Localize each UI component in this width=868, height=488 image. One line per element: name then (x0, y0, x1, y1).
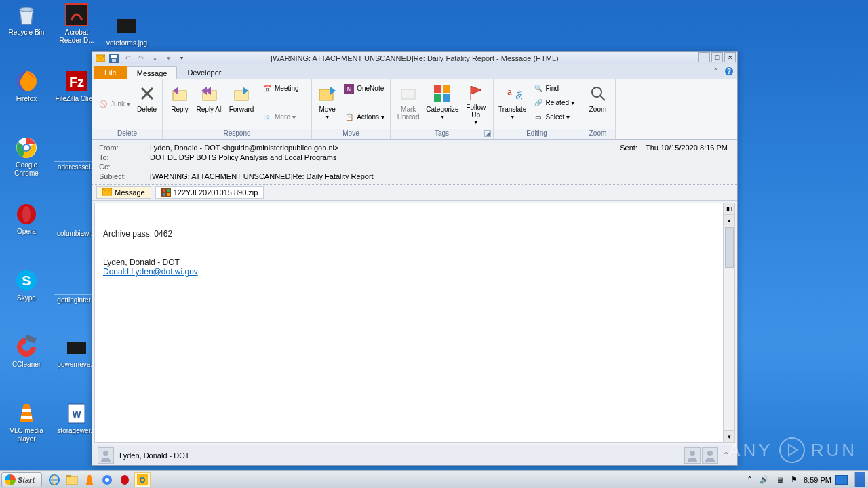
taskbar-vlc[interactable] (81, 472, 98, 487)
svg-point-55 (105, 478, 109, 482)
scroll-thumb[interactable] (725, 227, 734, 268)
show-desktop-button[interactable] (854, 472, 865, 487)
desktop-icon-skype[interactable]: S Skype (4, 268, 49, 302)
meeting-button[interactable]: 📅Meeting (259, 81, 302, 96)
minimize-button[interactable]: ─ (698, 52, 710, 62)
taskbar-outlook[interactable]: O (134, 472, 151, 487)
translate-icon: aあ (502, 83, 524, 104)
svg-point-10 (22, 206, 31, 222)
watermark: ANY RUN (728, 436, 857, 464)
related-icon: 🔗 (533, 98, 544, 108)
svg-point-56 (121, 475, 129, 485)
tab-developer[interactable]: Developer (177, 66, 231, 79)
desktop-icon-chrome[interactable]: Google Chrome (4, 136, 49, 178)
find-button[interactable]: 🔍Find (530, 81, 577, 96)
taskbar-explorer[interactable] (64, 472, 80, 487)
actions-button[interactable]: 📋Actions ▾ (341, 110, 387, 124)
tray-monitor-icon[interactable] (835, 475, 848, 485)
taskbar-ie[interactable] (46, 472, 62, 487)
people-pane-toggle-1[interactable] (684, 447, 701, 464)
subject-label: Subject: (99, 172, 150, 180)
desktop-icon-recycle-bin[interactable]: Recycle Bin (4, 3, 49, 37)
desktop-icon-voteforms[interactable]: voteforms.jpg (104, 14, 149, 47)
desktop-icon-vlc[interactable]: VLC media player (4, 401, 49, 443)
svg-rect-44 (163, 193, 165, 196)
attachment-file[interactable]: 122YJI 20201015 890.zip (155, 186, 264, 199)
desktop-icon-acrobat[interactable]: Acrobat Reader D... (54, 3, 99, 45)
help-icon[interactable]: ? (724, 66, 734, 77)
volume-icon[interactable]: 🔊 (759, 474, 770, 485)
svg-point-49 (780, 438, 804, 462)
save-icon[interactable] (108, 53, 119, 64)
more-button[interactable]: 📧More ▾ (259, 110, 302, 124)
minimize-ribbon-icon[interactable]: ⌃ (710, 66, 721, 77)
desktop-icon-firefox[interactable]: Firefox (4, 69, 49, 103)
svg-rect-33 (443, 85, 450, 93)
reply-button[interactable]: Reply (165, 81, 194, 126)
svg-text:W: W (72, 409, 81, 420)
flag-icon[interactable]: ⚑ (789, 474, 800, 485)
mark-unread-button[interactable]: Mark Unread (393, 81, 423, 126)
ccleaner-icon (14, 335, 39, 359)
desktop-icon-opera[interactable]: Opera (4, 202, 49, 236)
move-icon (317, 83, 338, 104)
svg-rect-53 (66, 475, 71, 477)
show-hidden-icons[interactable]: ⌃ (744, 474, 755, 485)
reply-all-icon (199, 83, 220, 104)
svg-point-0 (20, 7, 33, 12)
signature-email-link[interactable]: Donald.Lyden@dot.wi.gov (103, 267, 198, 277)
qat-customize-icon[interactable]: ▾ (176, 53, 187, 64)
desktop-icon-label: Google Chrome (4, 161, 49, 178)
scroll-tag-icon[interactable]: ◧ (724, 203, 734, 215)
taskbar-chrome[interactable] (99, 472, 115, 487)
tab-file[interactable]: File (94, 66, 127, 79)
network-icon[interactable]: 🖥 (774, 474, 785, 485)
related-button[interactable]: 🔗Related ▾ (530, 96, 577, 110)
contact-avatar[interactable] (98, 447, 114, 464)
select-button[interactable]: ▭Select ▾ (530, 110, 577, 124)
close-button[interactable]: ✕ (724, 52, 736, 62)
delete-icon (136, 83, 158, 104)
vertical-scrollbar[interactable]: ◧ ▴ ▾ (724, 203, 735, 443)
redo-icon[interactable]: ↷ (136, 53, 146, 64)
tab-message[interactable]: Message (127, 66, 178, 79)
message-body-container: Archive pass: 0462 Lyden, Donald - DOT D… (92, 201, 737, 445)
message-body-tab[interactable]: Message (96, 186, 151, 199)
taskbar-opera[interactable] (117, 472, 133, 487)
prev-icon[interactable]: ▴ (149, 53, 160, 64)
forward-button[interactable]: Forward (225, 81, 258, 126)
ribbon-group-label: Move (312, 129, 390, 139)
clock[interactable]: 8:59 PM (804, 476, 831, 484)
svg-text:?: ? (727, 68, 731, 75)
start-button[interactable]: Start (1, 472, 42, 487)
svg-point-47 (690, 451, 695, 456)
zoom-icon (587, 83, 609, 104)
move-button[interactable]: Move▼ (315, 81, 340, 126)
filezilla-icon: Fz (64, 69, 89, 94)
categorize-button[interactable]: Categorize▼ (425, 81, 460, 126)
next-icon[interactable]: ▾ (163, 53, 174, 64)
to-label: To: (99, 153, 150, 161)
follow-up-button[interactable]: Follow Up▼ (462, 81, 490, 126)
svg-text:O: O (140, 476, 146, 484)
message-body[interactable]: Archive pass: 0462 Lyden, Donald - DOT D… (94, 203, 724, 443)
image-file-icon (115, 14, 139, 38)
undo-icon[interactable]: ↶ (122, 53, 133, 64)
text-file-icon (64, 211, 89, 226)
desktop-icon-ccleaner[interactable]: CCleaner (4, 335, 49, 369)
people-pane-toggle-2[interactable] (702, 447, 718, 464)
maximize-button[interactable]: ☐ (711, 52, 723, 62)
zoom-button[interactable]: Zoom (583, 81, 612, 126)
delete-button[interactable]: Delete (134, 81, 159, 126)
onenote-button[interactable]: NOneNote (341, 81, 387, 96)
junk-button[interactable]: 🚫Junk ▾ (95, 97, 133, 111)
tags-dialog-launcher[interactable]: ◢ (484, 130, 491, 137)
reply-all-button[interactable]: Reply All (195, 81, 224, 126)
translate-button[interactable]: aあTranslate▼ (496, 81, 529, 126)
titlebar[interactable]: ↶ ↷ ▴ ▾ ▾ [WARNING: ATTACHMENT UNSCANNED… (92, 52, 737, 64)
scroll-up-button[interactable]: ▴ (724, 215, 734, 226)
cc-label: Cc: (99, 163, 150, 171)
svg-text:Fz: Fz (69, 75, 84, 89)
svg-rect-42 (163, 189, 165, 192)
text-file-icon (64, 145, 89, 160)
